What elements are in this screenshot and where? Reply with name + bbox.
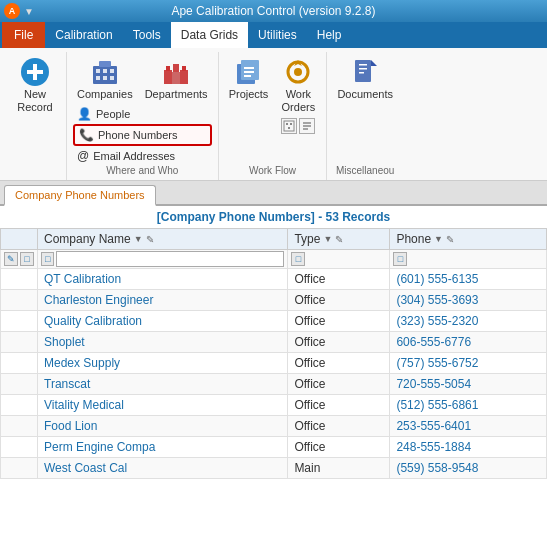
menu-data-grids[interactable]: Data Grids	[171, 22, 248, 48]
row-phone[interactable]: 606-555-6776	[390, 332, 547, 353]
row-type[interactable]: Office	[288, 269, 390, 290]
pencil-icon-company[interactable]: ✎	[146, 234, 154, 245]
table-row[interactable]: Vitality Medical Office (512) 555-6861	[1, 395, 547, 416]
row-phone[interactable]: (512) 555-6861	[390, 395, 547, 416]
row-phone[interactable]: 248-555-1884	[390, 437, 547, 458]
svg-rect-26	[286, 123, 288, 125]
svg-rect-35	[359, 72, 364, 74]
col-header-phone[interactable]: Phone ▼ ✎	[390, 229, 547, 250]
work-orders-label: WorkOrders	[282, 88, 316, 114]
workflow-icon-1[interactable]	[281, 118, 297, 134]
row-icon-cell	[1, 311, 38, 332]
row-type[interactable]: Office	[288, 290, 390, 311]
row-type[interactable]: Office	[288, 353, 390, 374]
filter-phone-icon[interactable]: □	[393, 252, 407, 266]
sort-icon-company[interactable]: ▼	[134, 234, 143, 244]
svg-rect-20	[244, 71, 254, 73]
new-record-button[interactable]: NewRecord	[10, 54, 60, 116]
work-orders-button[interactable]: WorkOrders	[276, 54, 320, 116]
quick-access[interactable]: ▼	[24, 6, 34, 17]
row-type[interactable]: Office	[288, 416, 390, 437]
menu-tools[interactable]: Tools	[123, 22, 171, 48]
pencil-icon-phone[interactable]: ✎	[446, 234, 454, 245]
table-row[interactable]: Shoplet Office 606-555-6776	[1, 332, 547, 353]
menu-utilities[interactable]: Utilities	[248, 22, 307, 48]
row-company[interactable]: Charleston Engineer	[38, 290, 288, 311]
table-row[interactable]: West Coast Cal Main (559) 558-9548	[1, 458, 547, 479]
menu-calibration[interactable]: Calibration	[45, 22, 122, 48]
row-icon-cell	[1, 374, 38, 395]
row-company[interactable]: Food Lion	[38, 416, 288, 437]
row-type[interactable]: Office	[288, 395, 390, 416]
phone-numbers-button[interactable]: 📞 Phone Numbers	[73, 124, 212, 146]
row-company[interactable]: Shoplet	[38, 332, 288, 353]
svg-rect-16	[182, 66, 186, 71]
email-addresses-button[interactable]: @ Email Addresses	[73, 147, 212, 165]
filter-phone-cell[interactable]: □	[390, 250, 547, 269]
table-row[interactable]: Transcat Office 720-555-5054	[1, 374, 547, 395]
row-company[interactable]: Perm Engine Compa	[38, 437, 288, 458]
filter-company-input[interactable]	[56, 251, 284, 267]
pencil-icon-type[interactable]: ✎	[335, 234, 343, 245]
col-header-type[interactable]: Type ▼ ✎	[288, 229, 390, 250]
row-icon-cell	[1, 458, 38, 479]
table-row[interactable]: QT Calibration Office (601) 555-6135	[1, 269, 547, 290]
sort-icon-phone[interactable]: ▼	[434, 234, 443, 244]
row-phone[interactable]: 253-555-6401	[390, 416, 547, 437]
svg-rect-25	[284, 121, 294, 131]
col-header-icon	[1, 229, 38, 250]
row-type[interactable]: Office	[288, 332, 390, 353]
projects-icon	[233, 56, 265, 88]
row-type[interactable]: Office	[288, 374, 390, 395]
row-company[interactable]: QT Calibration	[38, 269, 288, 290]
people-button[interactable]: 👤 People	[73, 105, 212, 123]
table-row[interactable]: Perm Engine Compa Office 248-555-1884	[1, 437, 547, 458]
row-type[interactable]: Office	[288, 437, 390, 458]
menu-help[interactable]: Help	[307, 22, 352, 48]
tab-company-phone-numbers[interactable]: Company Phone Numbers	[4, 185, 156, 206]
row-company[interactable]: Quality Calibration	[38, 311, 288, 332]
ribbon-group-workflow: Projects WorkOrders	[219, 52, 328, 180]
svg-rect-2	[27, 70, 43, 74]
filter-icon-cell: ✎ □	[1, 250, 38, 269]
row-company[interactable]: Transcat	[38, 374, 288, 395]
menu-bar: File Calibration Tools Data Grids Utilit…	[0, 22, 547, 48]
table-row[interactable]: Food Lion Office 253-555-6401	[1, 416, 547, 437]
filter-company-icon[interactable]: □	[41, 252, 54, 266]
companies-button[interactable]: Companies	[73, 54, 137, 103]
row-phone[interactable]: 720-555-5054	[390, 374, 547, 395]
row-phone[interactable]: (304) 555-3693	[390, 290, 547, 311]
row-icon-cell	[1, 290, 38, 311]
app-title: Ape Calibration Control (version 9.2.8)	[171, 4, 375, 18]
where-who-small-group: 👤 People 📞 Phone Numbers @ Email Address…	[73, 105, 212, 165]
ribbon-group-new: NewRecord	[4, 52, 67, 180]
table-row[interactable]: Charleston Engineer Office (304) 555-369…	[1, 290, 547, 311]
row-phone[interactable]: (323) 555-2320	[390, 311, 547, 332]
svg-rect-12	[173, 64, 179, 72]
departments-button[interactable]: Departments	[141, 54, 212, 103]
menu-file[interactable]: File	[2, 22, 45, 48]
table-row[interactable]: Medex Supply Office (757) 555-6752	[1, 353, 547, 374]
projects-button[interactable]: Projects	[225, 54, 273, 103]
departments-icon	[160, 56, 192, 88]
row-type[interactable]: Main	[288, 458, 390, 479]
row-company[interactable]: Vitality Medical	[38, 395, 288, 416]
row-phone[interactable]: (601) 555-6135	[390, 269, 547, 290]
sort-icon-type[interactable]: ▼	[323, 234, 332, 244]
workflow-icon-2[interactable]	[299, 118, 315, 134]
row-phone[interactable]: (559) 558-9548	[390, 458, 547, 479]
filter-check-btn[interactable]: □	[20, 252, 34, 266]
filter-icon-btn[interactable]: ✎	[4, 252, 18, 266]
filter-type-cell[interactable]: □	[288, 250, 390, 269]
col-header-company-name[interactable]: Company Name ▼ ✎	[38, 229, 288, 250]
documents-button[interactable]: Documents	[333, 54, 397, 103]
row-type[interactable]: Office	[288, 311, 390, 332]
filter-type-icon[interactable]: □	[291, 252, 305, 266]
row-phone[interactable]: (757) 555-6752	[390, 353, 547, 374]
row-company[interactable]: West Coast Cal	[38, 458, 288, 479]
row-company[interactable]: Medex Supply	[38, 353, 288, 374]
projects-label: Projects	[229, 88, 269, 101]
filter-company-cell[interactable]: □	[38, 250, 288, 269]
svg-rect-21	[244, 75, 251, 77]
table-row[interactable]: Quality Calibration Office (323) 555-232…	[1, 311, 547, 332]
